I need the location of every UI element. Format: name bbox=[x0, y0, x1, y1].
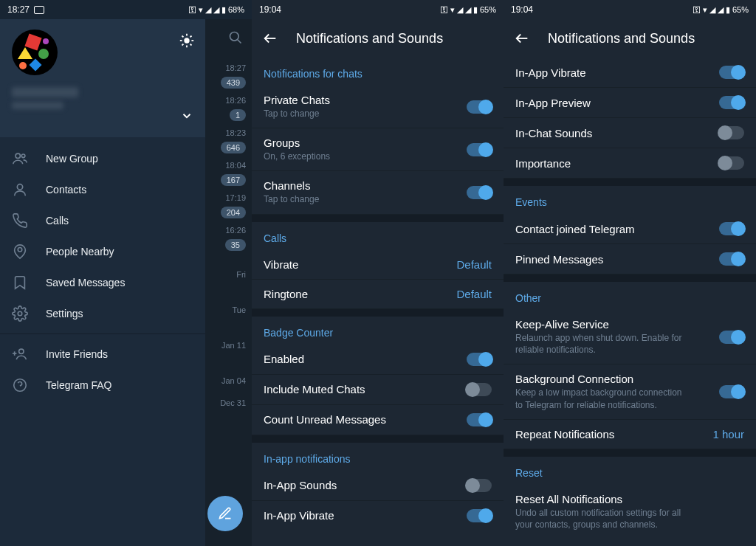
drawer-item-calls[interactable]: Calls bbox=[0, 205, 205, 236]
section-header: In-app notifications bbox=[252, 443, 504, 471]
toggle-inapp-vibrate[interactable] bbox=[719, 66, 744, 79]
drawer-item-label: Calls bbox=[46, 215, 69, 227]
svg-point-14 bbox=[18, 248, 22, 252]
phone-icon bbox=[12, 212, 28, 229]
row-include-muted[interactable]: Include Muted Chats bbox=[252, 375, 504, 405]
row-value: 1 hour bbox=[712, 428, 744, 440]
signal-icon-2: ◢ bbox=[213, 5, 219, 15]
row-groups[interactable]: GroupsOn, 6 exceptions bbox=[252, 128, 504, 171]
settings-screen-bottom: 19:04 ⚿ ▾ ◢ ◢ ▮ 65% Notifications and So… bbox=[504, 0, 756, 546]
vpn-icon: ⚿ bbox=[440, 5, 448, 14]
toggle-groups[interactable] bbox=[467, 143, 492, 156]
svg-point-19 bbox=[14, 379, 27, 392]
svg-line-1 bbox=[238, 40, 241, 44]
row-badge-enabled[interactable]: Enabled bbox=[252, 345, 504, 375]
drawer-item-new-group[interactable]: New Group bbox=[0, 143, 205, 174]
back-button[interactable] bbox=[514, 30, 530, 46]
toggle-importance[interactable] bbox=[719, 156, 744, 170]
compose-fab[interactable] bbox=[207, 496, 243, 531]
section-header: Events bbox=[504, 186, 756, 214]
toggle-inapp-sounds[interactable] bbox=[467, 479, 492, 492]
back-button[interactable] bbox=[262, 30, 278, 46]
drawer-item-people-nearby[interactable]: People Nearby bbox=[0, 236, 205, 267]
row-ringtone[interactable]: Ringtone Default bbox=[252, 280, 504, 309]
row-keep-alive[interactable]: Keep-Alive ServiceRelaunch app when shut… bbox=[504, 310, 756, 364]
group-icon bbox=[12, 151, 28, 167]
toggle-background-connection[interactable] bbox=[719, 385, 744, 398]
signal-icon: ◢ bbox=[709, 5, 715, 15]
drawer-item-settings[interactable]: Settings bbox=[0, 298, 205, 329]
row-repeat-notifications[interactable]: Repeat Notifications 1 hour bbox=[504, 420, 756, 449]
page-title: Notifications and Sounds bbox=[296, 31, 443, 46]
row-contact-joined[interactable]: Contact joined Telegram bbox=[504, 214, 756, 244]
section-gap bbox=[504, 274, 756, 282]
svg-line-8 bbox=[190, 44, 192, 46]
settings-screen-top: 19:04 ⚿ ▾ ◢ ◢ ▮ 65% Notifications and So… bbox=[252, 0, 504, 546]
gear-icon bbox=[12, 305, 28, 322]
drawer-screen: 18:27 ⚿ ▾ ◢ ◢ ▮ 68% 18:27439 18:261 18:2… bbox=[0, 0, 252, 546]
drawer-item-label: People Nearby bbox=[46, 246, 114, 258]
toggle-contact-joined[interactable] bbox=[719, 222, 744, 235]
status-time: 19:04 bbox=[259, 4, 281, 15]
row-reset-all[interactable]: Reset All NotificationsUndo all custom n… bbox=[504, 485, 756, 539]
navigation-drawer: New Group Contacts Calls People Nearby S… bbox=[0, 19, 205, 546]
row-inapp-vibrate-2[interactable]: In-App Vibrate bbox=[504, 58, 756, 88]
avatar[interactable] bbox=[12, 30, 58, 75]
toggle-inapp-vibrate[interactable] bbox=[467, 509, 492, 522]
username-redacted bbox=[12, 87, 78, 97]
section-header: Reset bbox=[504, 457, 756, 485]
row-pinned-messages[interactable]: Pinned Messages bbox=[504, 244, 756, 274]
svg-point-15 bbox=[18, 311, 22, 316]
section-gap bbox=[504, 449, 756, 457]
drawer-item-label: Invite Friends bbox=[46, 348, 108, 360]
drawer-header[interactable] bbox=[0, 19, 205, 137]
status-time: 19:04 bbox=[511, 4, 533, 15]
toggle-pinned-messages[interactable] bbox=[719, 252, 744, 266]
drawer-item-faq[interactable]: Telegram FAQ bbox=[0, 370, 205, 401]
help-icon bbox=[12, 377, 28, 393]
drawer-item-label: Saved Messages bbox=[46, 277, 125, 288]
svg-line-9 bbox=[182, 44, 183, 46]
toggle-inapp-preview[interactable] bbox=[719, 96, 744, 109]
wifi-icon: ▾ bbox=[703, 5, 707, 15]
status-right: ⚿ ▾ ◢ ◢ ▮ 68% bbox=[188, 5, 244, 15]
row-inchat-sounds[interactable]: In-Chat Sounds bbox=[504, 118, 756, 148]
invite-icon bbox=[12, 346, 28, 362]
toggle-count-unread[interactable] bbox=[467, 413, 492, 426]
row-value: Default bbox=[456, 288, 492, 300]
toggle-inchat-sounds[interactable] bbox=[719, 126, 744, 139]
section-gap bbox=[252, 435, 504, 443]
toggle-keep-alive[interactable] bbox=[719, 331, 744, 344]
section-header: Notifications for chats bbox=[252, 58, 504, 86]
search-icon[interactable] bbox=[228, 30, 243, 45]
row-background-connection[interactable]: Background ConnectionKeep a low impact b… bbox=[504, 364, 756, 419]
toggle-private-chats[interactable] bbox=[467, 100, 492, 114]
row-channels[interactable]: ChannelsTap to change bbox=[252, 171, 504, 214]
row-inapp-sounds[interactable]: In-App Sounds bbox=[252, 471, 504, 501]
toggle-badge-enabled[interactable] bbox=[467, 353, 492, 366]
toggle-channels[interactable] bbox=[467, 186, 492, 199]
section-header: Other bbox=[504, 282, 756, 310]
chat-list-peek: 18:27439 18:261 18:23646 18:04167 17:192… bbox=[205, 19, 252, 546]
drawer-item-invite-friends[interactable]: Invite Friends bbox=[0, 339, 205, 370]
toggle-include-muted[interactable] bbox=[467, 383, 492, 396]
cast-icon bbox=[34, 6, 44, 14]
row-private-chats[interactable]: Private ChatsTap to change bbox=[252, 86, 504, 128]
row-importance[interactable]: Importance bbox=[504, 148, 756, 179]
battery-pct: 65% bbox=[480, 5, 496, 14]
drawer-item-label: Settings bbox=[46, 308, 83, 319]
theme-toggle-icon[interactable] bbox=[179, 32, 195, 49]
svg-line-10 bbox=[190, 35, 192, 37]
page-title: Notifications and Sounds bbox=[548, 31, 695, 46]
drawer-item-saved-messages[interactable]: Saved Messages bbox=[0, 267, 205, 298]
svg-point-0 bbox=[230, 32, 239, 41]
battery-icon: ▮ bbox=[726, 5, 730, 15]
battery-icon: ▮ bbox=[473, 5, 478, 15]
chevron-down-icon[interactable] bbox=[180, 109, 193, 122]
app-bar: Notifications and Sounds bbox=[252, 19, 504, 58]
row-count-unread[interactable]: Count Unread Messages bbox=[252, 405, 504, 435]
row-vibrate[interactable]: Vibrate Default bbox=[252, 250, 504, 280]
row-inapp-vibrate[interactable]: In-App Vibrate bbox=[252, 501, 504, 531]
row-inapp-preview[interactable]: In-App Preview bbox=[504, 88, 756, 118]
drawer-item-contacts[interactable]: Contacts bbox=[0, 174, 205, 205]
